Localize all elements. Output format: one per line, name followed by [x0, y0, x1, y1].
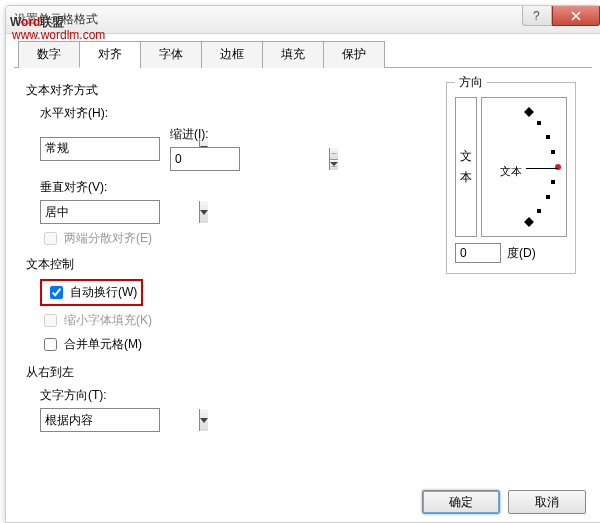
rtl-controls: 文字方向(T):	[40, 387, 580, 432]
horizontal-align-combo[interactable]	[40, 137, 160, 161]
cancel-button[interactable]: 取消	[508, 490, 586, 514]
chevron-down-icon[interactable]	[199, 409, 208, 431]
vertical-align-combo[interactable]	[40, 200, 160, 224]
vertical-text-char2: 本	[460, 169, 472, 186]
vertical-text-box[interactable]: 文 本	[455, 97, 477, 237]
orientation-group: 方向 文 本	[446, 74, 576, 274]
indent-label: 缩进(I):	[170, 126, 240, 143]
indent-spinner[interactable]	[170, 147, 240, 171]
tab-strip: 数字 对齐 字体 边框 填充 保护	[14, 40, 592, 68]
orientation-legend: 方向	[455, 74, 487, 91]
wrap-text-input[interactable]	[50, 286, 63, 299]
text-direction-value[interactable]	[41, 413, 199, 427]
merge-cells-checkbox[interactable]: 合并单元格(M)	[40, 335, 580, 354]
wrap-text-highlight: 自动换行(W)	[40, 279, 143, 306]
section-rtl: 从右到左	[26, 364, 580, 381]
justify-distributed-label: 两端分散对齐(E)	[64, 230, 152, 247]
orientation-pointer	[555, 164, 561, 170]
tab-font[interactable]: 字体	[140, 41, 202, 68]
dialog-window: 设置单元格格式 ? 数字 对齐 字体 边框 填充 保护 文本对齐方式 水平对齐(…	[5, 5, 600, 523]
tab-protect[interactable]: 保护	[323, 41, 385, 68]
ok-button[interactable]: 确定	[422, 490, 500, 514]
degree-label: 度(D)	[507, 245, 536, 262]
orientation-dial[interactable]: 文本	[481, 97, 567, 237]
tab-pane-alignment: 文本对齐方式 水平对齐(H): 缩进(I):	[14, 68, 592, 480]
text-direction-combo[interactable]	[40, 408, 160, 432]
wrap-text-checkbox[interactable]: 自动换行(W)	[46, 283, 137, 302]
shrink-fit-label: 缩小字体填充(K)	[64, 312, 152, 329]
shrink-fit-input	[44, 314, 57, 327]
window-buttons: ?	[522, 6, 600, 26]
dial-text-label: 文本	[500, 164, 522, 179]
window-title: 设置单元格格式	[14, 11, 98, 28]
degree-spinner[interactable]	[455, 243, 501, 263]
indent-value[interactable]	[171, 148, 329, 170]
vertical-align-value[interactable]	[41, 205, 199, 219]
indent-group: 缩进(I):	[170, 126, 240, 171]
help-button[interactable]: ?	[522, 6, 552, 26]
svg-text:?: ?	[533, 11, 540, 21]
justify-distributed-input	[44, 232, 57, 245]
tab-number[interactable]: 数字	[18, 41, 80, 68]
tab-alignment[interactable]: 对齐	[79, 41, 141, 68]
shrink-fit-checkbox[interactable]: 缩小字体填充(K)	[40, 311, 580, 330]
merge-cells-input[interactable]	[44, 338, 57, 351]
close-button[interactable]	[552, 6, 600, 26]
titlebar: 设置单元格格式 ?	[6, 6, 600, 34]
textctrl-controls: 自动换行(W) 缩小字体填充(K) 合并单元格(M)	[40, 279, 580, 354]
dialog-footer: 确定 取消	[422, 490, 586, 514]
chevron-down-icon[interactable]	[199, 201, 208, 223]
tab-fill[interactable]: 填充	[262, 41, 324, 68]
merge-cells-label: 合并单元格(M)	[64, 336, 142, 353]
wrap-text-label: 自动换行(W)	[70, 284, 137, 301]
vertical-text-char1: 文	[460, 148, 472, 165]
tab-border[interactable]: 边框	[201, 41, 263, 68]
text-direction-label: 文字方向(T):	[40, 387, 580, 404]
indent-spin-buttons[interactable]	[329, 148, 338, 170]
client-area: 数字 对齐 字体 边框 填充 保护 文本对齐方式 水平对齐(H): 缩进(I):	[6, 34, 600, 488]
